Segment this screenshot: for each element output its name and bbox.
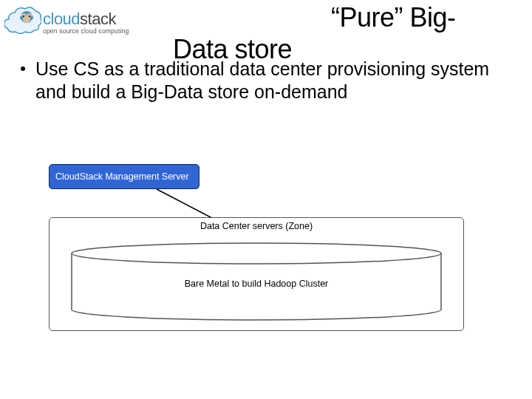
svg-point-6 bbox=[20, 16, 23, 19]
bullet-text: Use CS as a traditional data center prov… bbox=[35, 58, 510, 103]
logo-tagline: open source cloud computing bbox=[43, 27, 129, 35]
bullet-item: Use CS as a traditional data center prov… bbox=[21, 58, 510, 103]
architecture-diagram: CloudStack Management Server Data Center… bbox=[49, 164, 468, 334]
cloudstack-logo: cloudstack open source cloud computing bbox=[4, 4, 174, 41]
monkey-cloud-icon bbox=[4, 6, 41, 40]
logo-brand-cloud: cloud bbox=[43, 10, 80, 28]
mgmt-server-label: CloudStack Management Server bbox=[55, 171, 189, 182]
logo-brand: cloudstack bbox=[43, 11, 129, 27]
zone-label: Data Center servers (Zone) bbox=[50, 221, 463, 231]
svg-point-13 bbox=[72, 243, 441, 264]
zone-box: Data Center servers (Zone) Bare Metal to… bbox=[49, 217, 464, 331]
logo-text: cloudstack open source cloud computing bbox=[43, 11, 129, 35]
svg-point-4 bbox=[23, 16, 24, 17]
svg-point-5 bbox=[29, 16, 30, 17]
baremetal-cylinder: Bare Metal to build Hadoop Cluster bbox=[70, 242, 443, 321]
slide-title-line1: “Pure” Big- bbox=[331, 2, 456, 33]
svg-point-3 bbox=[23, 17, 30, 23]
logo-brand-stack: stack bbox=[80, 10, 116, 28]
mgmt-server-box: CloudStack Management Server bbox=[49, 164, 200, 189]
bullet-list: Use CS as a traditional data center prov… bbox=[21, 58, 510, 103]
cylinder-label: Bare Metal to build Hadoop Cluster bbox=[70, 279, 443, 289]
bullet-dot-icon bbox=[21, 66, 25, 71]
svg-point-7 bbox=[30, 16, 33, 19]
